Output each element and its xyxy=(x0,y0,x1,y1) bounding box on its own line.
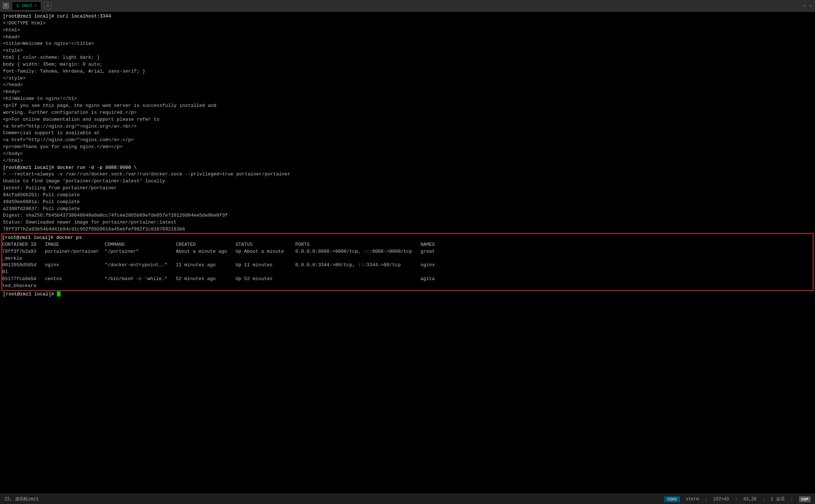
docker-ps-row: 01 xyxy=(2,269,813,276)
sep3: | xyxy=(762,497,765,502)
docker-ps-header: CONTAINER ID IMAGE COMMAND CREATED STATU… xyxy=(2,241,813,248)
term-line: Digest: sha256:fb45b43738646048a0a0cc74f… xyxy=(3,212,812,219)
term-line: latest: Pulling from portainer/portainer xyxy=(3,185,812,192)
term-line: font-family: Tahoma, Verdana, Arial, san… xyxy=(3,68,812,75)
sessions-label: 1 会话 xyxy=(771,496,785,502)
term-line: 78ff3f7b2a93b54b4d41b94c91c992f0920616a4… xyxy=(3,226,812,233)
term-line: <style> xyxy=(3,47,812,54)
term-line: <title>Welcome to nginx!</title> xyxy=(3,40,812,47)
xterm-status: xterm xyxy=(686,497,699,502)
cap-indicator: CAP xyxy=(799,496,811,502)
term-line: Status: Downloaded newer image for porta… xyxy=(3,219,812,226)
term-line: Commercial support is available at xyxy=(3,130,812,137)
docker-ps-row: _merkle xyxy=(2,255,813,262)
close-button[interactable]: × xyxy=(3,3,9,9)
cursor-block xyxy=(57,291,61,296)
term-line: html { color-scheme: light dark; } xyxy=(3,54,812,61)
terminal-output: [root@zmz1 local]# curl localhost:3344<!… xyxy=(3,13,812,298)
sep1: | xyxy=(705,497,707,502)
term-line: a2300fd28637: Pull complete xyxy=(3,206,812,213)
new-tab-button[interactable]: + xyxy=(44,2,51,9)
term-line: [root@zmz1 local]# docker run -d -p 8088… xyxy=(3,164,812,171)
final-prompt: [root@zmz1 local]# xyxy=(3,291,812,298)
term-line: <a href="http://nginx.com/">nginx.com</a… xyxy=(3,137,812,144)
cursor-pos-label: 43,20 xyxy=(743,497,756,502)
docker-ps-row: 78ff3f7b2a93 portainer/portainer "/porta… xyxy=(2,248,813,255)
term-line: <body> xyxy=(3,89,812,96)
nav-left-icon[interactable]: ‹ xyxy=(803,3,806,9)
term-line: </style> xyxy=(3,75,812,82)
tab-close-icon[interactable]: × xyxy=(34,4,36,8)
term-line: 94cfa856b2b1: Pull complete xyxy=(3,192,812,199)
terminal-area[interactable]: [root@zmz1 local]# curl localhost:3344<!… xyxy=(0,12,815,494)
term-line: <head> xyxy=(3,34,812,41)
term-line: <a href="http://nginx.org/">nginx.org</a… xyxy=(3,123,812,130)
term-line: Unable to find image 'portainer/portaine… xyxy=(3,178,812,185)
term-line: [root@zmz1 local]# curl localhost:3344 xyxy=(3,13,812,20)
term-line: </body> xyxy=(3,151,812,158)
term-line: <p>For online documentation and support … xyxy=(3,116,812,123)
titlebar-nav: ‹ › xyxy=(803,3,812,9)
tab-label: 1 zmz1 xyxy=(16,3,32,8)
docker-ps-row: ted_bhaskara xyxy=(2,283,813,290)
term-line: > --restart=always -v /var/run/docker.so… xyxy=(3,171,812,178)
term-line: </head> xyxy=(3,82,812,89)
docker-ps-row: 85177fca0a5d centos "/bin/bash -c 'while… xyxy=(2,276,813,283)
sep4: | xyxy=(791,497,793,502)
term-line: <!DOCTYPE html> xyxy=(3,20,812,27)
docker-ps-command: [root@zmz1 local]# docker ps xyxy=(2,234,813,241)
dimensions-label: 152×43 xyxy=(713,497,729,502)
statusbar-left: 22, 虚拟机zmz1 xyxy=(4,496,39,502)
nav-right-icon[interactable]: › xyxy=(809,3,812,9)
ssh-status: SSH2 xyxy=(664,496,680,502)
term-line: working. Further configuration is requir… xyxy=(3,109,812,116)
term-line: <h1>Welcome to nginx!</h1> xyxy=(3,96,812,102)
term-line: <html> xyxy=(3,27,812,34)
term-line: <p><em>Thank you for using nginx.</em></… xyxy=(3,144,812,151)
statusbar-right: SSH2 xterm | 152×43 | 43,20 | 1 会话 | CAP xyxy=(664,496,811,502)
docker-ps-row: 0012059d505d nginx "/docker-entrypoint….… xyxy=(2,262,813,269)
titlebar: × 1 zmz1 × + ‹ › xyxy=(0,0,815,12)
term-line: </html> xyxy=(3,158,812,164)
term-line: body { width: 35em; margin: 0 auto; xyxy=(3,61,812,68)
term-line: 49d59ee0881a: Pull complete xyxy=(3,199,812,206)
statusbar: 22, 虚拟机zmz1 SSH2 xterm | 152×43 | 43,20 … xyxy=(0,494,815,504)
vm-label: 22, 虚拟机zmz1 xyxy=(4,496,39,502)
term-line: <p>If you see this page, the nginx web s… xyxy=(3,102,812,109)
sep2: | xyxy=(735,497,737,502)
docker-ps-output: [root@zmz1 local]# docker psCONTAINER ID… xyxy=(1,233,814,291)
tab-zmz1[interactable]: 1 zmz1 × xyxy=(12,1,41,10)
